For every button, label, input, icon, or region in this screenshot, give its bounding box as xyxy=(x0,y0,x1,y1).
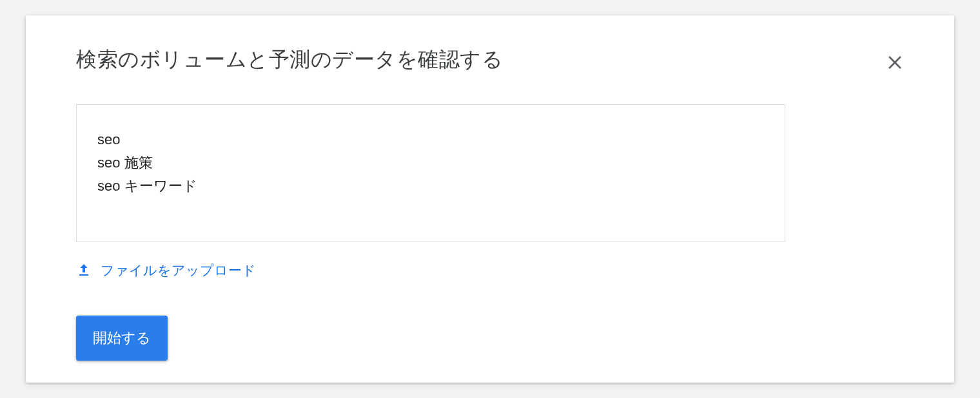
start-button[interactable]: 開始する xyxy=(76,316,168,361)
close-button[interactable] xyxy=(886,54,904,72)
upload-file-link[interactable]: ファイルをアップロード xyxy=(76,261,256,280)
upload-file-label: ファイルをアップロード xyxy=(101,261,256,280)
close-icon xyxy=(886,53,904,73)
keywords-textarea[interactable] xyxy=(76,104,785,242)
upload-icon xyxy=(76,263,92,278)
dialog-card: 検索のボリュームと予測のデータを確認する ファイルをアップロード 開始する xyxy=(26,15,954,383)
dialog-title: 検索のボリュームと予測のデータを確認する xyxy=(76,46,904,73)
